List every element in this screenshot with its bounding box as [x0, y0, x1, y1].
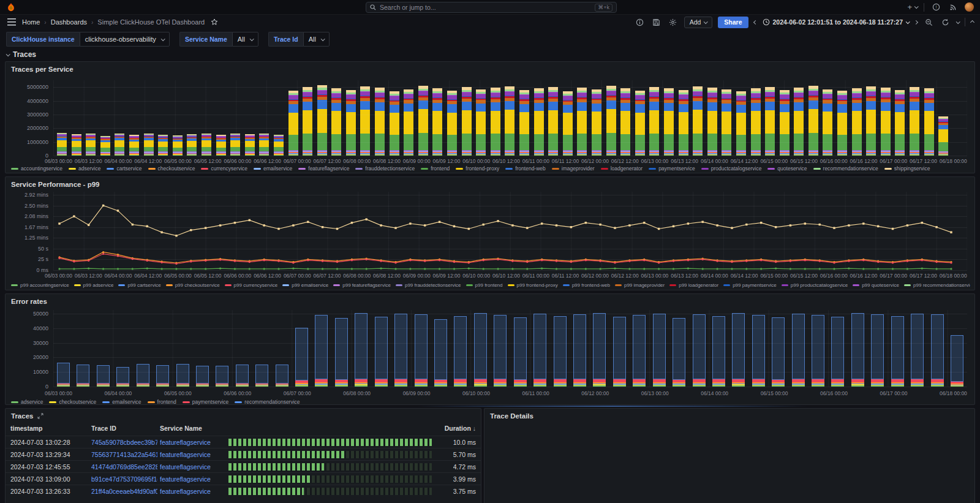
help-icon[interactable]: ! [930, 2, 941, 13]
legend-item[interactable]: p99 imageprovider [615, 282, 665, 288]
y-axis-tick-label: 2.08 mins [6, 213, 48, 219]
x-axis-tick-label: 06/09 00:00 [403, 390, 431, 396]
legend-item[interactable]: p99 featureflagservice [333, 282, 391, 288]
legend-swatch [333, 284, 340, 286]
legend-item[interactable]: p99 quoteservice [853, 282, 899, 288]
data-point [790, 224, 791, 226]
cell-service-name-link[interactable]: featureflagservice [160, 475, 225, 483]
cell-timestamp: 2024-07-03 13:09:00 [10, 475, 89, 483]
legend-item[interactable]: adservice [69, 165, 100, 172]
legend-item[interactable]: loadgenerator [601, 165, 643, 172]
legend-item[interactable]: frauddetectionservice [355, 165, 415, 172]
add-panel-button[interactable]: Add [684, 17, 713, 28]
breadcrumb-home[interactable]: Home [22, 18, 40, 26]
variable-value-dropdown[interactable]: All [232, 32, 258, 47]
legend-item[interactable]: p99 accountingservice [11, 282, 69, 288]
legend-item[interactable]: imageprovider [552, 165, 595, 172]
legend-item[interactable]: p99 paymentservice [723, 282, 777, 288]
user-avatar[interactable] [965, 2, 974, 12]
bar-segment-frontend-proxy [303, 110, 312, 134]
dashboard-settings-gear-icon[interactable] [668, 17, 679, 28]
cell-trace-id-link[interactable]: b91ce47d753709695f1d... [91, 475, 157, 483]
legend-item[interactable]: currencyservice [201, 165, 247, 172]
bar-segment-frontend-web [852, 103, 862, 112]
legend-item[interactable]: p99 frontend-proxy [508, 282, 558, 288]
legend-item[interactable]: recommendationservice [813, 165, 878, 172]
legend-item[interactable]: adservice [11, 399, 43, 405]
cell-service-name-link[interactable]: featureflagservice [160, 463, 225, 471]
grafana-logo-icon[interactable] [6, 2, 16, 12]
dashboard-insights-icon[interactable] [635, 17, 646, 28]
cell-service-name-link[interactable]: featureflagservice [160, 451, 225, 458]
legend-item[interactable]: p99 frontend-web [563, 282, 610, 288]
refresh-icon[interactable] [940, 17, 951, 28]
legend-item[interactable]: p99 emailservice [282, 282, 328, 288]
cell-trace-id-link[interactable]: 745a59078cbdeec39b7... [91, 439, 157, 446]
column-header-trace-id[interactable]: Trace ID [91, 425, 116, 432]
data-point [775, 268, 777, 270]
time-range-forward-icon[interactable] [914, 20, 918, 24]
legend-item[interactable]: p99 cartservice [118, 282, 160, 288]
legend-item[interactable]: p99 currencyservice [225, 282, 278, 288]
menu-toggle-icon[interactable] [6, 17, 17, 28]
data-point [936, 261, 938, 263]
breadcrumb-dashboards[interactable]: Dashboards [51, 18, 87, 26]
legend-item[interactable]: frontend [421, 165, 450, 172]
legend-item[interactable]: p99 adservice [74, 282, 114, 288]
variable-value-dropdown[interactable]: clickhouse-observability [80, 32, 170, 47]
x-axis-tick-label: 06/09 12:00 [433, 273, 461, 279]
x-axis-tick-label: 06/18 00:00 [940, 158, 967, 164]
legend-item[interactable]: featureflagservice [298, 165, 349, 172]
legend-item[interactable]: paymentservice [649, 165, 695, 172]
legend-item[interactable]: recommendationservice [235, 399, 300, 405]
news-icon[interactable] [948, 2, 959, 13]
variable-value-dropdown[interactable]: All [303, 32, 330, 47]
time-range-picker[interactable]: 2024-06-02 12:01:51 to 2024-06-18 11:27:… [763, 18, 909, 26]
legend-item[interactable]: p99 loadgenerator [669, 282, 718, 288]
column-header-timestamp[interactable]: timestamp [10, 425, 43, 432]
refresh-interval-dropdown-icon[interactable] [956, 20, 960, 24]
cell-service-name-link[interactable]: featureflagservice [160, 488, 225, 495]
legend-item[interactable]: p99 recommendationservice [904, 282, 970, 288]
legend-item[interactable]: productcatalogservice [701, 165, 762, 172]
save-dashboard-icon[interactable] [651, 17, 662, 28]
legend-item[interactable]: p99 frontend [466, 282, 503, 288]
new-menu-button[interactable]: + [907, 2, 918, 13]
cell-trace-id-link[interactable]: 41474d0769d85ee2828... [91, 463, 157, 471]
favorite-star-icon[interactable] [211, 18, 218, 26]
legend-item[interactable]: frontend-web [505, 165, 546, 172]
time-range-back-icon[interactable] [753, 20, 757, 24]
zoom-out-time-icon[interactable] [923, 17, 934, 28]
bar-segment-recommendationservice [196, 366, 209, 384]
legend-item[interactable]: emailservice [102, 399, 141, 405]
legend-item[interactable]: cartservice [107, 165, 141, 172]
legend-item[interactable]: paymentservice [183, 399, 229, 405]
legend-item[interactable]: checkoutservice [49, 399, 96, 405]
column-header-service-name[interactable]: Service Name [160, 425, 202, 432]
legend-item[interactable]: p99 frauddetectionservice [396, 282, 461, 288]
legend-item[interactable]: frontend [148, 399, 176, 405]
search-input[interactable]: Search or jump to... ⌘+k [366, 2, 617, 13]
legend-item[interactable]: accountingservice [11, 165, 62, 172]
cell-trace-id-link[interactable]: 21ff4a0ceeaeb4fd90af0... [91, 488, 157, 495]
traces-per-service-plot[interactable] [53, 80, 967, 156]
column-header-duration[interactable]: Duration ↓ [445, 425, 476, 432]
legend-item[interactable]: checkoutservice [148, 165, 195, 172]
collapse-toolbar-icon[interactable] [970, 20, 974, 24]
legend-item[interactable]: p99 productcatalogservice [782, 282, 848, 288]
breadcrumb-current-dashboard[interactable]: Simple ClickHouse OTel Dashboard [97, 18, 205, 26]
legend-item[interactable]: emailservice [254, 165, 292, 172]
legend-item[interactable]: frontend-proxy [456, 165, 499, 172]
y-axis-tick-label: 1000000 [6, 139, 48, 145]
legend-item[interactable]: p99 checkoutservice [166, 282, 220, 288]
panel-links-icon[interactable] [37, 413, 43, 419]
cell-trace-id-link[interactable]: 75563771413a22a54618... [91, 451, 157, 458]
legend-item[interactable]: shippingservice [884, 165, 930, 172]
cell-service-name-link[interactable]: featureflagservice [160, 439, 225, 446]
legend-item[interactable]: quoteservice [767, 165, 807, 172]
section-header-traces[interactable]: Traces [6, 50, 36, 59]
error-rates-plot[interactable] [53, 310, 967, 387]
data-point [687, 222, 689, 224]
share-button[interactable]: Share [718, 17, 748, 28]
p99-plot[interactable] [53, 192, 967, 270]
